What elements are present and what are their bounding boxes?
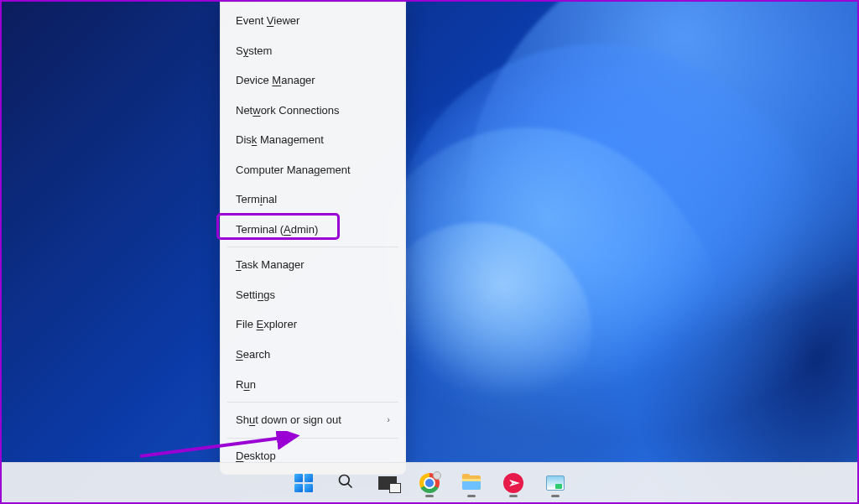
file-explorer-app[interactable] [455, 466, 488, 500]
menu-item-terminal-admin[interactable]: Terminal (Admin) [221, 215, 405, 245]
control-panel-icon [546, 475, 565, 491]
menu-item-computer-management[interactable]: Computer Management [221, 155, 405, 185]
menu-item-system[interactable]: System [221, 36, 405, 66]
menu-item-label: Terminal (Admin) [236, 222, 318, 237]
menu-item-label: Run [236, 377, 256, 392]
pinned-app-red[interactable]: ➣ [497, 466, 530, 500]
menu-item-shutdown[interactable]: Shut down or sign out› [221, 405, 405, 435]
search-icon [337, 473, 354, 493]
winx-context-menu: Event ViewerSystemDevice ManagerNetwork … [220, 2, 406, 475]
desktop-wallpaper [2, 2, 857, 502]
chevron-right-icon: › [387, 413, 390, 426]
menu-separator [227, 402, 398, 403]
menu-item-label: Shut down or sign out [236, 413, 341, 428]
menu-item-disk-management[interactable]: Disk Management [221, 125, 405, 155]
chrome-icon [419, 473, 440, 493]
menu-item-task-manager[interactable]: Task Manager [221, 250, 405, 280]
search-button[interactable] [329, 466, 362, 500]
control-panel-app[interactable] [539, 466, 572, 500]
svg-line-2 [348, 483, 352, 487]
menu-item-label: Search [236, 347, 270, 362]
menu-item-file-explorer[interactable]: File Explorer [221, 309, 405, 340]
start-button[interactable] [287, 466, 320, 500]
menu-item-label: Computer Management [236, 163, 351, 178]
menu-item-label: System [236, 44, 272, 59]
running-indicator [551, 495, 560, 497]
windows-start-icon [294, 474, 313, 492]
app-icon: ➣ [503, 473, 523, 493]
svg-point-1 [340, 475, 350, 485]
menu-item-label: Settings [236, 288, 275, 303]
menu-separator [227, 247, 398, 247]
menu-item-label: Desktop [236, 449, 276, 464]
menu-item-label: Event Viewer [236, 13, 299, 29]
taskbar: ➣ [2, 462, 857, 502]
menu-item-label: Terminal [236, 192, 277, 207]
chrome-app[interactable] [413, 466, 446, 500]
menu-item-label: Task Manager [236, 257, 305, 273]
menu-item-settings[interactable]: Settings [221, 280, 405, 310]
menu-item-label: Disk Management [236, 132, 324, 148]
menu-item-search[interactable]: Search [221, 340, 405, 370]
menu-item-event-viewer[interactable]: Event Viewer [221, 6, 405, 36]
running-indicator [509, 495, 518, 497]
menu-item-label: File Explorer [236, 317, 297, 332]
menu-item-terminal[interactable]: Terminal [221, 184, 405, 215]
menu-separator [227, 438, 398, 439]
running-indicator [425, 495, 434, 497]
menu-item-network-connections[interactable]: Network Connections [221, 96, 405, 126]
menu-item-run[interactable]: Run [221, 370, 405, 400]
task-view-icon [378, 476, 397, 490]
task-view-button[interactable] [371, 466, 404, 500]
menu-item-label: Network Connections [236, 103, 340, 118]
running-indicator [467, 495, 476, 497]
file-explorer-icon [462, 475, 481, 490]
menu-item-label: Device Manager [236, 73, 315, 88]
menu-item-device-manager[interactable]: Device Manager [221, 65, 405, 96]
